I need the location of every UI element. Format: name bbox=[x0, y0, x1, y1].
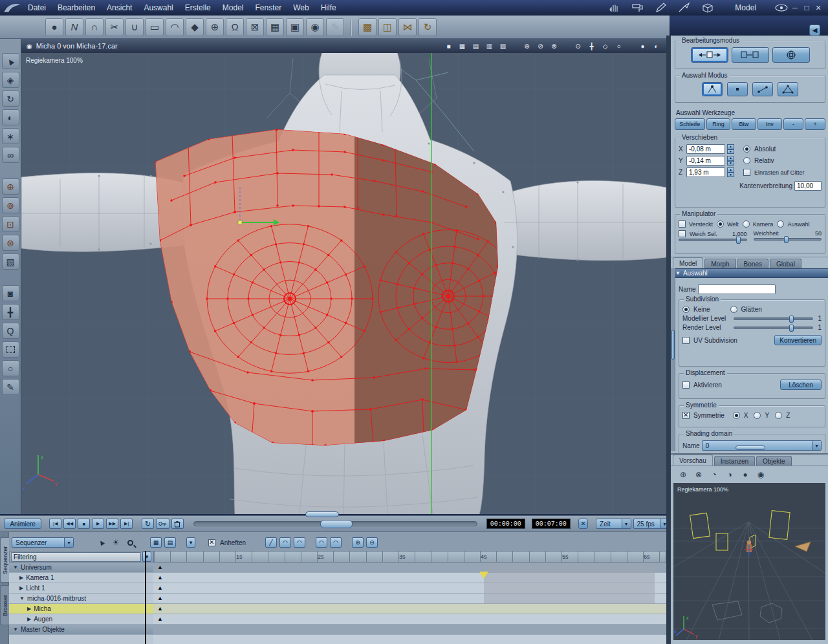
tree-row-licht1[interactable]: ▶ Licht 1 bbox=[9, 583, 153, 594]
camera-tool-icon[interactable]: ◙ bbox=[2, 285, 19, 301]
symmetrie-x-radio[interactable] bbox=[733, 412, 740, 419]
timeline-ruler[interactable]: 1s 2s 3s 4s 5s 6s bbox=[153, 551, 666, 563]
universal-gizmo-icon[interactable]: ⊛ bbox=[2, 235, 19, 251]
schleife-button[interactable]: Schleife bbox=[675, 118, 705, 130]
menu-model[interactable]: Model bbox=[217, 0, 250, 16]
symmetrie-checkbox[interactable] bbox=[682, 412, 690, 419]
tree-row-micha-0016[interactable]: ▼ micha-0016-mitbrust bbox=[9, 594, 153, 604]
edit-mode-object-button[interactable] bbox=[732, 47, 769, 63]
name-input[interactable] bbox=[698, 284, 776, 294]
preview-display-textured-icon[interactable]: ◉ bbox=[755, 469, 767, 480]
move-gizmo-icon[interactable]: ⊕ bbox=[2, 178, 19, 195]
zoom-tool-icon[interactable]: Q bbox=[2, 323, 19, 339]
weld-tool-icon[interactable]: ∪ bbox=[125, 18, 144, 36]
viewport-titlebar[interactable]: ◉ Micha 0 von Micha-17.car ■ ▦ ▤ ▥ ▧ ⊕ ⊘… bbox=[21, 39, 666, 53]
keyframe-marker[interactable]: ▲ bbox=[157, 595, 163, 601]
curve-view-toggle[interactable]: ▤ bbox=[164, 537, 176, 548]
menu-hilfe[interactable]: Hilfe bbox=[315, 0, 342, 16]
z-input[interactable] bbox=[686, 167, 725, 177]
mirror-3d-tool-icon[interactable]: ◫ bbox=[378, 18, 397, 36]
select-mode-edge-button[interactable] bbox=[752, 82, 773, 96]
symmetrie-y-radio[interactable] bbox=[754, 412, 761, 419]
eye-icon[interactable] bbox=[774, 3, 789, 13]
delete-key-button[interactable] bbox=[171, 519, 184, 529]
zeit-dropdown[interactable]: Zeit▾ bbox=[596, 519, 631, 529]
orient-up-button[interactable]: ⊙ bbox=[573, 42, 583, 50]
edit-mode-sphere-button[interactable] bbox=[772, 47, 810, 63]
sequencer-dropdown[interactable]: Sequenzer▾ bbox=[12, 537, 74, 548]
loeschen-button[interactable]: Löschen bbox=[780, 380, 822, 390]
timeline-splitter-handle[interactable] bbox=[305, 511, 339, 517]
track-row[interactable]: ▲ bbox=[153, 604, 666, 614]
play-button[interactable]: ▶ bbox=[92, 519, 104, 529]
select-mode-point-button[interactable] bbox=[727, 82, 748, 96]
menu-fenster[interactable]: Fenster bbox=[249, 0, 287, 16]
fast-forward-button[interactable]: ▶▶ bbox=[106, 519, 118, 529]
maximize-button[interactable]: □ bbox=[801, 3, 812, 12]
scrubber-handle[interactable] bbox=[320, 520, 353, 528]
symmetrie-z-radio[interactable] bbox=[775, 412, 782, 419]
track-view-toggle[interactable]: ▦ bbox=[150, 537, 162, 548]
auswahl-radio[interactable] bbox=[777, 220, 784, 228]
tab-instanzen[interactable]: Instanzen bbox=[714, 456, 755, 466]
dome-tool-icon[interactable]: ◠ bbox=[166, 18, 184, 36]
anchor-tool-icon[interactable]: Ω bbox=[226, 18, 244, 36]
knife-icon[interactable] bbox=[677, 2, 692, 14]
bevel-tool-icon[interactable]: ◆ bbox=[186, 18, 204, 36]
menu-web[interactable]: Web bbox=[287, 0, 314, 16]
x-stepper[interactable]: ▲▼ bbox=[727, 144, 734, 154]
track-row[interactable]: ▲ bbox=[153, 614, 666, 625]
tangent-bezier-button[interactable]: ◠ bbox=[294, 537, 305, 548]
scissors-tool-icon[interactable]: ✂ bbox=[105, 18, 124, 36]
delete-poly-tool-icon[interactable]: ⊠ bbox=[246, 18, 264, 36]
keyframe-marker[interactable]: ▲ bbox=[157, 585, 163, 591]
keyframe-marker[interactable]: ▲ bbox=[157, 616, 163, 622]
sweep-3d-tool-icon[interactable]: ⋈ bbox=[398, 18, 417, 36]
tab-sequenzer[interactable]: Sequenzer bbox=[0, 537, 9, 583]
model-panel-scrollbar[interactable] bbox=[671, 268, 675, 451]
menu-auswahl[interactable]: Auswahl bbox=[138, 0, 179, 16]
scale-gizmo-icon[interactable]: ⊡ bbox=[2, 216, 19, 232]
glaetten-radio[interactable] bbox=[730, 306, 737, 313]
versteckt-checkbox[interactable] bbox=[679, 220, 686, 228]
inv-button[interactable]: Inv bbox=[757, 118, 782, 130]
layout-single-button[interactable]: ■ bbox=[444, 42, 453, 50]
keyframe-marker[interactable]: ▲ bbox=[157, 605, 163, 612]
rotate-gizmo-icon[interactable]: ⊚ bbox=[2, 197, 19, 213]
edit-mode-vertex-button[interactable] bbox=[691, 47, 728, 63]
viewport-canvas[interactable]: z y x Regiekamera 100% bbox=[21, 53, 666, 514]
link-tool-icon[interactable]: ∞ bbox=[2, 147, 19, 163]
track-row[interactable] bbox=[153, 625, 666, 635]
fps-dropdown[interactable]: 25 fps▾ bbox=[633, 519, 670, 529]
track-row[interactable] bbox=[153, 635, 666, 644]
modellier-level-slider[interactable] bbox=[734, 317, 813, 320]
y-stepper[interactable]: ▲▼ bbox=[727, 156, 734, 166]
select-mode-polygon-button[interactable] bbox=[778, 82, 798, 96]
layout-rows-button[interactable]: ▤ bbox=[471, 42, 481, 50]
key-button[interactable] bbox=[156, 519, 169, 529]
spline-tool-icon[interactable]: N bbox=[65, 18, 83, 36]
zoom-icon[interactable] bbox=[124, 537, 136, 548]
ring-button[interactable]: Ring bbox=[706, 118, 731, 130]
tree-row-kamera1[interactable]: ▶ Kamera 1 bbox=[9, 573, 153, 583]
preview-display-wire-icon[interactable]: ⊕ bbox=[677, 469, 689, 480]
layout-grid-button[interactable]: ▦ bbox=[457, 42, 467, 50]
uv-subdivision-checkbox[interactable] bbox=[682, 337, 690, 344]
pen-select-icon[interactable]: ✎ bbox=[2, 379, 19, 395]
shade-full-button[interactable]: ● bbox=[638, 42, 648, 50]
preview-display-shaded-icon[interactable]: ● bbox=[739, 469, 751, 480]
preview-display-box-icon[interactable]: ⊗ bbox=[693, 469, 704, 480]
welt-radio[interactable] bbox=[717, 220, 724, 228]
zoom-in-timeline-button[interactable]: ⊕ bbox=[352, 537, 364, 548]
shade-half-button[interactable]: ◐ bbox=[651, 42, 661, 50]
animiere-button[interactable]: Animiere bbox=[4, 519, 41, 529]
weich-sel-checkbox[interactable] bbox=[679, 230, 686, 237]
ease-in-button[interactable]: ◠ bbox=[316, 537, 327, 548]
tab-objekte[interactable]: Objekte bbox=[756, 456, 791, 466]
keine-radio[interactable] bbox=[682, 306, 690, 313]
tree-row-master-objekte[interactable]: ▼ Master Objekte bbox=[9, 625, 153, 635]
current-time-display[interactable]: 00:00:00 bbox=[486, 519, 525, 529]
render-level-slider[interactable] bbox=[734, 327, 813, 329]
stop-button[interactable]: ■ bbox=[78, 519, 90, 529]
konvertieren-button[interactable]: Konvertieren bbox=[774, 335, 822, 345]
